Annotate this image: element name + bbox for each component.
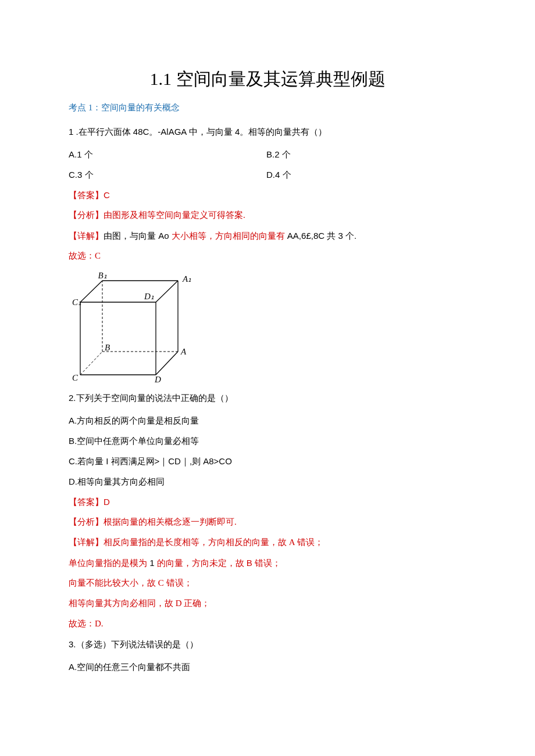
q1-analysis: 【分析】由图形及相等空间向量定义可得答案. (69, 209, 466, 221)
q1-options-row2: C.3 个 D.4 个 (69, 169, 466, 181)
label-c1: C₁ (72, 298, 81, 307)
q2-detail-d: 相等向量其方向必相同，故 D 正确； (69, 597, 466, 610)
svg-line-1 (80, 352, 102, 375)
q2-option-b: B.空间中任意两个单位向量必相等 (69, 435, 466, 447)
q2-db-post: 的向量，方向未定，故 B 错误； (157, 558, 281, 568)
label-c: C (72, 373, 79, 382)
q1-option-c: C.3 个 (69, 169, 266, 181)
label-b1: B₁ (98, 271, 106, 280)
q1-options-row1: A.1 个 B.2 个 (69, 148, 466, 160)
q1-option-d: D.4 个 (266, 169, 291, 181)
q2-option-c: C.若向量 I 祠西满足网>｜CD｜,则 A8>CO (69, 455, 466, 467)
q2-option-d: D.相等向量其方向必相同 (69, 475, 466, 488)
label-d1: D₁ (144, 292, 154, 301)
svg-line-9 (80, 281, 102, 302)
q2-detail-a: 【详解】相反向量指的是长度相等，方向相反的向量，故 A 错误； (69, 536, 466, 549)
cube-figure: B₁ A₁ C₁ D₁ B A C D (69, 270, 466, 384)
label-a: A (180, 347, 187, 356)
svg-line-3 (156, 352, 178, 375)
q2-analysis: 【分析】根据向量的相关概念逐一判断即可. (69, 516, 466, 528)
q1-stem: 1 .在平行六面体 48C。-AlAGA 中，与向量 4。相等的向量共有（） (69, 126, 466, 138)
q1-answer: 【答案】C (69, 189, 466, 201)
q1-choose: 故选：C (69, 250, 466, 262)
q2-db-num: 1 (149, 558, 157, 568)
q1-option-b: B.2 个 (266, 148, 291, 160)
q2-option-a: A.方向相反的两个向量是相反向量 (69, 414, 466, 427)
q1-option-a: A.1 个 (69, 148, 266, 160)
topic-heading-1: 考点 1：空间向量的有关概念 (69, 102, 466, 114)
q2-db-pre: 单位向量指的是模为 (69, 558, 149, 568)
label-d: D (154, 375, 161, 384)
label-a1: A₁ (182, 274, 191, 284)
svg-line-11 (156, 281, 178, 302)
q3-stem: 3.（多选）下列说法错误的是（） (69, 638, 466, 650)
q1-detail: 【详解】由图，与向量 Ao 大小相等，方向相同的向量有 AA,6£,8C 共 3… (69, 230, 466, 242)
q2-detail-c: 向量不能比较大小，故 C 错误； (69, 577, 466, 589)
q2-choose: 故选：D. (69, 618, 466, 630)
q2-detail-b: 单位向量指的是模为 1 的向量，方向未定，故 B 错误； (69, 557, 466, 569)
cube-svg: B₁ A₁ C₁ D₁ B A C D (69, 270, 191, 384)
doc-title: 1.1 空间向量及其运算典型例题 (69, 67, 466, 91)
q1-detail-red-mid: 大小相等，方向相同的向量有 (172, 231, 287, 241)
q1-detail-tail: AA,6£,8C 共 3 个. (287, 231, 356, 241)
q2-answer: 【答案】D (69, 496, 466, 508)
q2-stem: 2.下列关于空间向量的说法中正确的是（） (69, 392, 466, 404)
q1-detail-black: 由图，与向量 Ao (104, 231, 172, 241)
q1-detail-tag: 【详解】 (69, 231, 104, 241)
q3-option-a: A.空间的任意三个向量都不共面 (69, 661, 466, 673)
label-b: B (105, 343, 110, 352)
